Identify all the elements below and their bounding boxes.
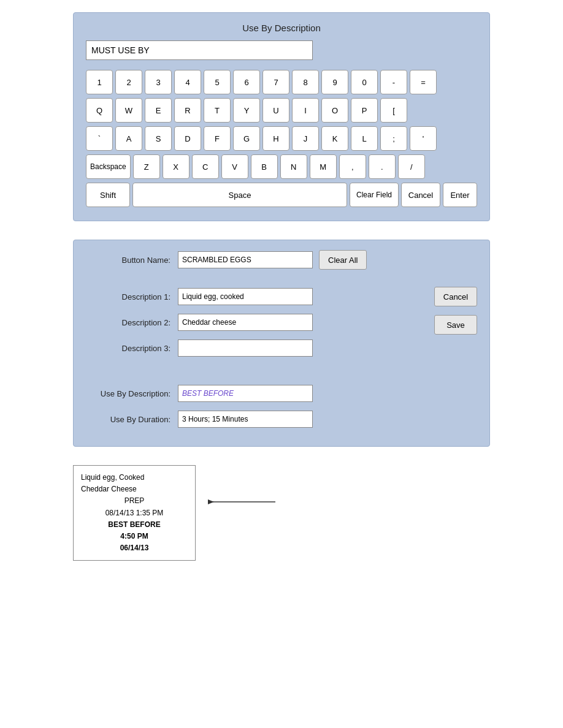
key-y[interactable]: Y xyxy=(233,98,260,123)
button-name-label: Button Name: xyxy=(86,256,178,265)
key-comma[interactable]: , xyxy=(339,154,366,179)
arrow-indicator xyxy=(208,496,282,508)
form-panel-inner: Button Name: Clear All Description 1: De… xyxy=(86,250,477,428)
key-bracket-left[interactable]: [ xyxy=(380,98,407,123)
key-g[interactable]: G xyxy=(233,126,260,151)
key-period[interactable]: . xyxy=(369,154,396,179)
key-n[interactable]: N xyxy=(280,154,307,179)
key-v[interactable]: V xyxy=(221,154,248,179)
keyboard-text-input[interactable] xyxy=(86,40,313,60)
key-backspace[interactable]: Backspace xyxy=(86,154,131,179)
description1-input[interactable] xyxy=(178,288,313,305)
use-by-duration-row: Use By Duration: xyxy=(86,411,416,428)
key-clear-field[interactable]: Clear Field xyxy=(350,183,399,207)
description3-label: Description 3: xyxy=(86,344,178,353)
clear-all-button[interactable]: Clear All xyxy=(319,250,367,270)
key-q[interactable]: Q xyxy=(86,98,113,123)
label-preview-area: Liquid egg, Cooked Cheddar Cheese PREP 0… xyxy=(73,465,490,561)
description2-row: Description 2: xyxy=(86,314,416,331)
key-b[interactable]: B xyxy=(251,154,278,179)
arrow-container xyxy=(208,465,282,508)
keyboard-row-asdf: ` A S D F G H J K L ; ' xyxy=(86,126,477,151)
key-z[interactable]: Z xyxy=(133,154,160,179)
label-line1: Liquid egg, Cooked xyxy=(81,472,188,483)
key-l[interactable]: L xyxy=(351,126,378,151)
key-shift[interactable]: Shift xyxy=(86,183,130,207)
key-f[interactable]: F xyxy=(204,126,231,151)
button-name-input[interactable] xyxy=(178,251,313,268)
key-i[interactable]: I xyxy=(292,98,319,123)
key-d[interactable]: D xyxy=(174,126,201,151)
key-4[interactable]: 4 xyxy=(174,70,201,94)
keyboard-row-bottom: Shift Space Clear Field Cancel Enter xyxy=(86,183,477,207)
key-1[interactable]: 1 xyxy=(86,70,113,94)
key-t[interactable]: T xyxy=(204,98,231,123)
use-by-desc-row: Use By Description: xyxy=(86,385,416,402)
label-line3: PREP xyxy=(81,495,188,507)
key-backtick[interactable]: ` xyxy=(86,126,113,151)
label-line5: BEST BEFORE xyxy=(81,519,188,531)
key-cancel[interactable]: Cancel xyxy=(401,183,440,207)
label-line6: 4:50 PM xyxy=(81,531,188,542)
key-c[interactable]: C xyxy=(192,154,219,179)
save-button[interactable]: Save xyxy=(434,315,477,335)
key-w[interactable]: W xyxy=(115,98,142,123)
use-by-duration-label: Use By Duration: xyxy=(86,415,178,424)
key-slash[interactable]: / xyxy=(398,154,425,179)
key-5[interactable]: 5 xyxy=(204,70,231,94)
key-p[interactable]: P xyxy=(351,98,378,123)
key-semicolon[interactable]: ; xyxy=(380,126,407,151)
action-buttons: Cancel Save xyxy=(434,287,477,335)
cancel-button[interactable]: Cancel xyxy=(434,287,477,306)
key-j[interactable]: J xyxy=(292,126,319,151)
key-space[interactable]: Space xyxy=(132,183,347,207)
description1-row: Description 1: xyxy=(86,288,416,305)
key-9[interactable]: 9 xyxy=(321,70,348,94)
key-h[interactable]: H xyxy=(262,126,289,151)
keyboard-row-zxcv: Backspace Z X C V B N M , . / xyxy=(86,154,477,179)
key-6[interactable]: 6 xyxy=(233,70,260,94)
use-by-desc-label: Use By Description: xyxy=(86,389,178,398)
svg-marker-1 xyxy=(208,499,214,504)
key-2[interactable]: 2 xyxy=(115,70,142,94)
label-line2: Cheddar Cheese xyxy=(81,483,188,495)
label-preview-box: Liquid egg, Cooked Cheddar Cheese PREP 0… xyxy=(73,465,196,561)
key-enter[interactable]: Enter xyxy=(443,183,477,207)
description2-input[interactable] xyxy=(178,314,313,331)
panel-title: Use By Description xyxy=(86,23,477,33)
button-name-row: Button Name: Clear All xyxy=(86,250,416,270)
key-s[interactable]: S xyxy=(145,126,172,151)
key-0[interactable]: 0 xyxy=(351,70,378,94)
form-panel-content: Button Name: Clear All Description 1: De… xyxy=(86,250,477,428)
key-7[interactable]: 7 xyxy=(262,70,289,94)
key-e[interactable]: E xyxy=(145,98,172,123)
use-by-duration-input[interactable] xyxy=(178,411,313,428)
key-m[interactable]: M xyxy=(310,154,337,179)
keyboard-panel: Use By Description 1 2 3 4 5 6 7 8 9 0 -… xyxy=(73,12,490,221)
key-x[interactable]: X xyxy=(163,154,190,179)
key-o[interactable]: O xyxy=(321,98,348,123)
key-r[interactable]: R xyxy=(174,98,201,123)
key-3[interactable]: 3 xyxy=(145,70,172,94)
label-line7: 06/14/13 xyxy=(81,542,188,554)
key-a[interactable]: A xyxy=(115,126,142,151)
key-u[interactable]: U xyxy=(262,98,289,123)
keyboard-row-qwerty: Q W E R T Y U I O P [ xyxy=(86,98,477,123)
description2-label: Description 2: xyxy=(86,318,178,327)
use-by-desc-input[interactable] xyxy=(178,385,313,402)
keyboard-row-numbers: 1 2 3 4 5 6 7 8 9 0 - = xyxy=(86,70,477,94)
description1-label: Description 1: xyxy=(86,292,178,301)
description3-row: Description 3: xyxy=(86,339,416,357)
key-minus[interactable]: - xyxy=(380,70,407,94)
key-k[interactable]: K xyxy=(321,126,348,151)
key-8[interactable]: 8 xyxy=(292,70,319,94)
label-line4: 08/14/13 1:35 PM xyxy=(81,507,188,519)
key-equals[interactable]: = xyxy=(410,70,437,94)
key-quote[interactable]: ' xyxy=(410,126,437,151)
description3-input[interactable] xyxy=(178,339,313,357)
form-panel: Button Name: Clear All Description 1: De… xyxy=(73,240,490,447)
